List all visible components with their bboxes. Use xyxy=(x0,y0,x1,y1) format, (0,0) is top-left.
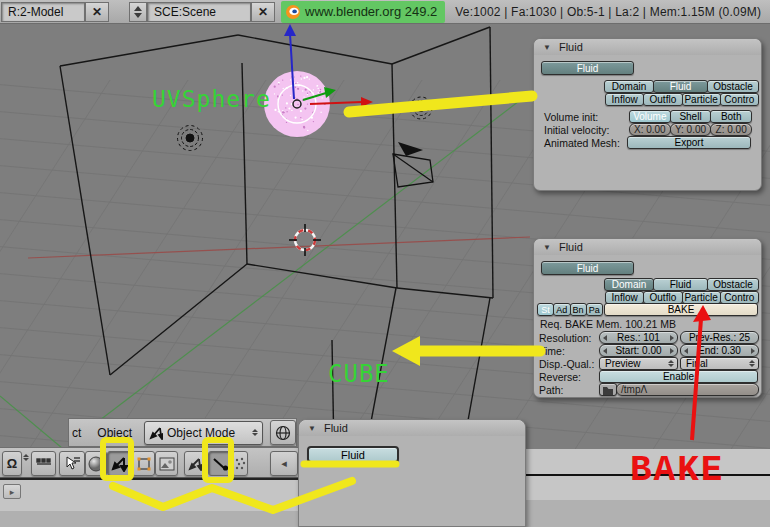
both-option[interactable]: Both xyxy=(710,110,752,123)
panel-header: ▼ Fluid xyxy=(534,39,761,55)
globe-icon xyxy=(275,425,291,441)
mode-spinner[interactable] xyxy=(252,429,258,436)
tab-particle[interactable]: Particle xyxy=(682,93,721,106)
scene-spinner[interactable] xyxy=(129,2,147,22)
panel-align-icon[interactable] xyxy=(31,451,56,476)
top-header-bar: R:2-Model ✕ SCE:Scene ✕ www.blender.org … xyxy=(0,0,770,24)
viewport-header-bar: ct Object Object Mode xyxy=(68,418,297,447)
path-label: Path: xyxy=(539,384,564,396)
tab-particles[interactable]: Pa xyxy=(586,303,603,316)
lamp-icon[interactable] xyxy=(410,97,432,119)
fluid-enable-button[interactable]: Fluid xyxy=(541,261,634,275)
fluid-enable-button[interactable]: Fluid xyxy=(307,446,399,463)
tab-boundary[interactable]: Bn xyxy=(570,303,587,316)
header-spinner[interactable] xyxy=(23,454,29,461)
viewport-shading-button[interactable] xyxy=(270,420,296,445)
menu-item-partial[interactable]: ct xyxy=(72,426,81,440)
lamp-icon[interactable] xyxy=(178,126,203,151)
reverse-label: Reverse: xyxy=(539,371,581,383)
panel-header: ▼ Fluid xyxy=(299,420,525,436)
tab-domain[interactable]: Domain xyxy=(604,80,654,93)
blender-logo-icon xyxy=(285,4,301,20)
tab-fluid[interactable]: Fluid xyxy=(653,80,708,93)
tab-obstacle[interactable]: Obstacle xyxy=(707,278,759,291)
bake-memory-note: Req. BAKE Mem. 100.21 MB xyxy=(540,318,676,330)
x-axis-line xyxy=(28,237,530,258)
resolution-label: Resolution: xyxy=(539,332,592,344)
gui-display-dropdown[interactable]: Preview xyxy=(599,357,678,370)
shading-buttons-icon[interactable] xyxy=(85,451,107,476)
shell-option[interactable]: Shell xyxy=(670,110,712,123)
object-buttons-icon[interactable] xyxy=(107,451,132,476)
reverse-enable-button[interactable]: Enable xyxy=(599,370,758,383)
bake-annotation-text: BAKE xyxy=(630,450,724,491)
editing-buttons-icon[interactable] xyxy=(132,451,155,476)
render-display-dropdown[interactable]: Final xyxy=(680,357,759,370)
physics-buttons-icon[interactable] xyxy=(208,451,232,476)
collapse-icon[interactable]: ▼ xyxy=(308,424,316,433)
collapse-icon[interactable]: ▼ xyxy=(543,243,551,252)
panel-header: ▼ Fluid xyxy=(534,239,761,255)
object-mode-icon xyxy=(149,426,163,440)
preview-resolution-slider[interactable]: Prev-Res.: 25 xyxy=(680,331,759,344)
tab-control[interactable]: Contro xyxy=(720,93,759,106)
time-end-slider[interactable]: End: 0.30 xyxy=(680,344,759,357)
close-icon[interactable]: ✕ xyxy=(251,2,275,22)
object-subcontext-icon[interactable] xyxy=(184,451,207,476)
menu-item-object[interactable]: Object xyxy=(97,426,132,440)
tab-inflow[interactable]: Inflow xyxy=(605,93,644,106)
panel-title: Fluid xyxy=(324,422,348,434)
fluid-enable-button[interactable]: Fluid xyxy=(541,61,634,75)
animated-mesh-label: Animated Mesh: xyxy=(544,137,620,149)
buttons-window-header: Ω xyxy=(0,447,298,478)
tab-advanced[interactable]: Ad xyxy=(553,303,570,316)
particle-buttons-icon[interactable] xyxy=(232,451,248,476)
tab-standard[interactable]: St xyxy=(537,303,554,316)
close-icon[interactable]: ✕ xyxy=(85,2,109,22)
scene-statistics: Ve:1002 | Fa:1030 | Ob:5-1 | La:2 | Mem:… xyxy=(455,5,761,19)
velocity-x-field[interactable]: X: 0.00 xyxy=(629,123,671,136)
scene-name-field[interactable]: SCE:Scene xyxy=(147,2,251,22)
buttons-window-body-left: ▸ xyxy=(0,478,298,527)
bake-button[interactable]: BAKE xyxy=(604,303,758,316)
expand-right-icon[interactable]: ▸ xyxy=(3,484,21,499)
resolution-slider[interactable]: Res.: 101 xyxy=(599,331,678,344)
tab-obstacle[interactable]: Obstacle xyxy=(707,80,759,93)
velocity-y-field[interactable]: Y: 0.00 xyxy=(670,123,712,136)
fluid-panel-collapsed: ▼ Fluid Fluid xyxy=(298,419,526,527)
time-label: Time: xyxy=(539,345,565,357)
folder-icon[interactable] xyxy=(599,383,617,396)
sphere-label: UVSphere xyxy=(152,86,271,112)
scene-buttons-icon[interactable] xyxy=(155,451,178,476)
collapse-icon[interactable]: ▼ xyxy=(543,43,551,52)
cube-label: CUBE xyxy=(328,360,390,388)
panel-title: Fluid xyxy=(559,241,583,253)
time-start-slider[interactable]: Start: 0.00 xyxy=(599,344,678,357)
volume-option[interactable]: Volume xyxy=(629,110,671,123)
display-quality-label: Disp.-Qual.: xyxy=(539,358,594,370)
scroll-left-icon[interactable]: ◂ xyxy=(270,451,298,476)
cursor-3d xyxy=(289,224,321,256)
tab-outflow[interactable]: Outflo xyxy=(643,93,682,106)
blender-window: R:2-Model ✕ SCE:Scene ✕ www.blender.org … xyxy=(0,0,770,527)
volume-init-label: Volume init: xyxy=(544,111,598,123)
export-button[interactable]: Export xyxy=(627,136,751,149)
fluid-panel-domain: ▼ Fluid Fluid Domain Fluid Obstacle Infl… xyxy=(533,238,762,398)
fluid-panel-sphere: ▼ Fluid Fluid Domain Fluid Obstacle Infl… xyxy=(533,38,762,191)
panel-title: Fluid xyxy=(559,41,583,53)
velocity-z-field[interactable]: Z: 0.00 xyxy=(710,123,752,136)
path-field[interactable]: /tmpΛ xyxy=(616,383,759,396)
script-buttons-icon[interactable] xyxy=(59,451,85,476)
buttons-window-icon[interactable]: Ω xyxy=(2,451,22,476)
tab-fluid[interactable]: Fluid xyxy=(653,278,708,291)
y-axis-near-line xyxy=(0,396,62,448)
initial-velocity-label: Initial velocity: xyxy=(544,124,609,136)
blender-version-banner: www.blender.org 249.2 xyxy=(281,1,445,23)
tab-domain[interactable]: Domain xyxy=(604,278,654,291)
mode-dropdown[interactable]: Object Mode xyxy=(144,421,263,445)
screen-name-field[interactable]: R:2-Model xyxy=(1,2,85,22)
